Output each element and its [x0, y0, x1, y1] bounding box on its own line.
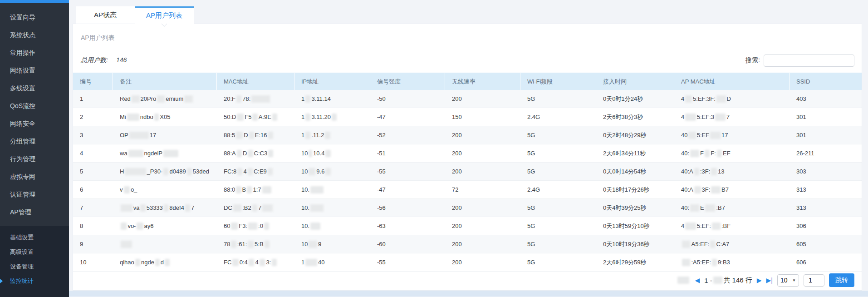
cell: 88:A9D0C:C35 [217, 144, 294, 162]
sidebar-item-3[interactable]: 网络设置 [0, 62, 69, 79]
cell: 5G [520, 235, 596, 253]
redacted-text: 8 [325, 168, 330, 175]
table-row: 5HUAWEI_P30-ad0489b53dedFC:8942C:E9710.1… [73, 163, 862, 181]
cell: DC39:B2471:F [217, 199, 294, 217]
cell: 40A5:EF:9C:A7 [674, 235, 790, 253]
redacted-text: 4:A [685, 114, 696, 121]
search-input[interactable] [764, 54, 854, 67]
active-marker-icon [0, 279, 3, 283]
cell: 6 [73, 181, 113, 198]
redacted-text: . [309, 150, 312, 157]
cell: 0天2时48分29秒 [596, 126, 674, 144]
cell: 2.4G [520, 181, 596, 198]
sidebar-item-4[interactable]: 多线设置 [0, 79, 69, 97]
redacted-text: 0 [248, 150, 253, 157]
last-page-icon[interactable]: ▶| [766, 277, 773, 284]
jump-page-input[interactable] [804, 274, 824, 287]
cell: 40:A5:3F:C2B7 [674, 181, 790, 198]
cell: 44:5:EF:3F:C2D [674, 90, 790, 108]
table-row: 8vivo-play660:9F3:6B:0210.1.3-632005G0天1… [73, 217, 862, 235]
redacted-text: 2 [248, 168, 253, 175]
cell: 789:61:A5:B1 [217, 235, 294, 253]
sidebar-item-10[interactable]: 认证管理 [0, 186, 69, 203]
cell: 10.1.3 [294, 217, 370, 235]
cell: 200 [445, 144, 520, 162]
redacted-text: hua [121, 204, 132, 212]
content-panel: AP用户列表 总用户数:146 搜索: 编号备注MAC地址IP地址信号强度无线速… [73, 24, 862, 291]
cell: 200 [445, 126, 520, 144]
cell: 10.1.9 [294, 235, 370, 253]
tab-0[interactable]: AP状态 [76, 6, 135, 24]
cell: 0天18时17分26秒 [596, 181, 674, 198]
bottom-strip [69, 291, 868, 297]
cell: MiSoundboxX05 [113, 108, 217, 126]
redacted-text: PO R1 [129, 132, 149, 139]
cell: 3 [73, 126, 113, 144]
cell: 50:D9:F52A:9E1 [217, 108, 294, 126]
sidebar-subitem-3[interactable]: 监控统计 [0, 274, 69, 288]
sidebar-item-11[interactable]: AP管理 [0, 203, 69, 221]
sidebar-subitem-1[interactable]: 高级设置 [0, 245, 69, 259]
search-box: 搜索: [745, 54, 854, 67]
sidebar-item-6[interactable]: 网络安全 [0, 115, 69, 133]
sidebar-item-9[interactable]: 虚拟专网 [0, 168, 69, 186]
sidebar-item-2[interactable]: 常用操作 [0, 44, 69, 62]
sidebar-item-0[interactable]: 设置向导 [0, 9, 69, 26]
redacted-text: :3F [710, 132, 721, 139]
cell: 200 [445, 217, 520, 235]
sidebar-item-8[interactable]: 行为管理 [0, 150, 69, 168]
table-row: 2MiSoundboxX0550:D9:F52A:9E1193.11.201-4… [73, 108, 862, 126]
total-users: 总用户数:146 [81, 56, 127, 64]
redacted-text: 1 [332, 114, 337, 121]
cell: HUAWEI_P30-ad0489b53ded [113, 163, 217, 180]
sidebar-menu: 设置向导系统状态常用操作网络设置多线设置QoS流控网络安全分组管理行为管理虚拟专… [0, 3, 69, 221]
cell: 193.11.201 [294, 108, 370, 126]
prev-page-icon[interactable]: ◀ [695, 277, 700, 284]
redacted-text: :9 [231, 223, 238, 230]
table-row: 7huava_53333c8def4b7DC39:B2471:F10.1.25-… [73, 199, 862, 217]
total-users-value: 146 [116, 56, 127, 64]
cell: 2 [73, 108, 113, 126]
cell: 403 [790, 90, 862, 108]
redacted-text: 4u [184, 95, 192, 103]
cell: 5G [520, 163, 596, 180]
redacted-text: 1.25 [310, 204, 324, 212]
redacted-text: vi [121, 223, 127, 230]
cell: 0天4时39分25秒 [596, 199, 674, 217]
cell: 5G [520, 126, 596, 144]
column-header-6: Wi-Fi频段 [520, 73, 596, 90]
cell: 40:A5:EF:3F:BF [674, 217, 790, 235]
sidebar-subitem-2[interactable]: 设备管理 [0, 259, 69, 274]
cell: -55 [370, 253, 445, 271]
cell: qihaodngdellde [113, 253, 217, 271]
next-page-icon[interactable]: ▶ [757, 277, 762, 284]
redacted-text: 0 [705, 150, 710, 157]
cell: 44:A5:EF:3F:27 [674, 108, 790, 126]
redacted-text: .1. [309, 241, 317, 248]
first-page-button[interactable] [677, 277, 689, 284]
redacted-text: 1.15 [310, 186, 324, 193]
sidebar-item-5[interactable]: QoS流控 [0, 97, 69, 115]
cell: 10.1.25 [294, 199, 370, 217]
redacted-text: 9 [305, 95, 310, 103]
tab-1[interactable]: AP用户列表 [135, 6, 194, 24]
redacted-text: 1 [265, 241, 270, 248]
redacted-text: 9 [237, 150, 242, 157]
sidebar-item-1[interactable]: 系统状态 [0, 26, 69, 44]
table-row: 10qihaodngdelldeFCD0:4A4B3:910.2.40-5520… [73, 253, 862, 272]
redacted-text: 2 [264, 223, 269, 230]
table-row: 1Redmi20ProPremium4u20:F478:5C:D2193.11.… [73, 90, 862, 108]
redacted-text: A5 [690, 204, 699, 212]
cell: 200 [445, 235, 520, 253]
cell: 60:9F3:6B:02 [217, 217, 294, 235]
sidebar-item-7[interactable]: 分组管理 [0, 133, 69, 150]
cell: 5G [520, 144, 596, 162]
cell: 2天6时38分3秒 [596, 108, 674, 126]
redacted-text: 7 [325, 132, 330, 139]
sidebar-subitem-0[interactable]: 基础设置 [0, 230, 69, 245]
jump-button[interactable]: 跳转 [829, 273, 854, 287]
cell: 193.11.14 [294, 90, 370, 108]
page-size-select[interactable]: 10 ▼ [777, 274, 799, 287]
cell: 2.4G [520, 108, 596, 126]
redacted-text: 40 [682, 259, 690, 266]
